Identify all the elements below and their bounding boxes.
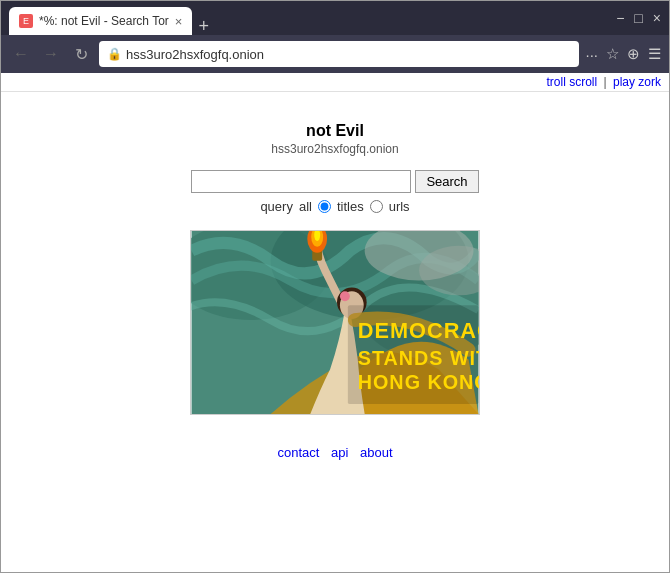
- svg-text:STANDS WITH: STANDS WITH: [358, 347, 479, 369]
- page-content: not Evil hss3uro2hsxfogfq.onion Search q…: [1, 92, 669, 572]
- close-window-button[interactable]: ×: [653, 11, 661, 25]
- urls-label: urls: [389, 199, 410, 214]
- lock-icon: 🔒: [107, 47, 122, 61]
- forward-button[interactable]: →: [39, 45, 63, 63]
- query-label: query: [260, 199, 293, 214]
- maximize-button[interactable]: □: [634, 11, 642, 25]
- search-button[interactable]: Search: [415, 170, 478, 193]
- troll-scroll-link[interactable]: troll scroll: [546, 75, 597, 89]
- top-links-bar: troll scroll | play zork: [1, 73, 669, 92]
- site-subtitle: hss3uro2hsxfogfq.onion: [271, 142, 398, 156]
- title-bar: E *%: not Evil - Search Tor × + − □ ×: [1, 1, 669, 35]
- nav-right-icons: ··· ☆ ⊕ ☰: [585, 45, 661, 63]
- tab-title: *%: not Evil - Search Tor: [39, 14, 169, 28]
- site-title: not Evil: [306, 122, 364, 140]
- address-text: hss3uro2hsxfogfq.onion: [126, 47, 571, 62]
- svg-point-12: [340, 291, 350, 301]
- tab-strip: E *%: not Evil - Search Tor × +: [9, 1, 606, 35]
- window-controls: − □ ×: [616, 11, 661, 25]
- more-icon[interactable]: ···: [585, 46, 598, 63]
- star-icon[interactable]: ☆: [606, 45, 619, 63]
- refresh-button[interactable]: ↻: [69, 45, 93, 64]
- play-zork-link[interactable]: play zork: [613, 75, 661, 89]
- new-tab-button[interactable]: +: [198, 17, 209, 35]
- titles-label: titles: [337, 199, 364, 214]
- titles-radio[interactable]: [318, 200, 331, 213]
- search-options: query all titles urls: [260, 199, 409, 214]
- tab-favicon: E: [19, 14, 33, 28]
- shield-icon[interactable]: ⊕: [627, 45, 640, 63]
- about-link[interactable]: about: [360, 445, 393, 460]
- menu-icon[interactable]: ☰: [648, 45, 661, 63]
- poster-image: DEMOCRACY STANDS WITH HONG KONG: [190, 230, 480, 415]
- tab-close-button[interactable]: ×: [175, 15, 183, 28]
- contact-link[interactable]: contact: [277, 445, 319, 460]
- search-input[interactable]: [191, 170, 411, 193]
- api-link[interactable]: api: [331, 445, 348, 460]
- footer-links: contact api about: [277, 445, 392, 460]
- svg-text:DEMOCRACY: DEMOCRACY: [358, 318, 479, 343]
- urls-radio[interactable]: [370, 200, 383, 213]
- active-tab[interactable]: E *%: not Evil - Search Tor ×: [9, 7, 192, 35]
- browser-window: E *%: not Evil - Search Tor × + − □ × ← …: [0, 0, 670, 573]
- search-form: Search: [191, 170, 478, 193]
- back-button[interactable]: ←: [9, 45, 33, 63]
- svg-text:HONG KONG: HONG KONG: [358, 371, 479, 393]
- all-label: all: [299, 199, 312, 214]
- address-bar[interactable]: 🔒 hss3uro2hsxfogfq.onion: [99, 41, 579, 67]
- minimize-button[interactable]: −: [616, 11, 624, 25]
- nav-bar: ← → ↻ 🔒 hss3uro2hsxfogfq.onion ··· ☆ ⊕ ☰: [1, 35, 669, 73]
- top-link-separator: |: [604, 75, 607, 89]
